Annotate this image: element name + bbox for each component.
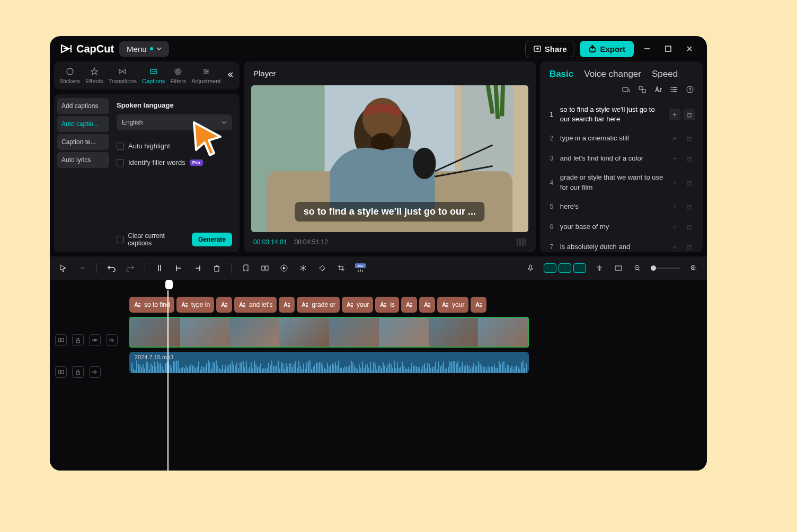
zoom-in-button[interactable] [688,262,699,274]
list-icon[interactable] [669,85,679,95]
caption-row[interactable]: 4 grade or style that we want to use for… [545,169,697,196]
track-toggle-icon[interactable] [55,366,67,378]
mirror-button[interactable] [297,262,309,274]
mode-auto-lyrics[interactable]: Auto lyrics [57,152,109,168]
lock-icon[interactable] [72,334,84,346]
tab-stickers[interactable]: Stickers [57,65,82,86]
video-preview[interactable]: so to find a style we'll just go to our … [251,85,528,232]
delete-caption-button[interactable] [684,109,695,120]
trim-left-button[interactable] [173,262,184,274]
add-caption-button[interactable]: + [669,201,680,212]
mute-icon[interactable] [106,334,118,346]
audio-track[interactable]: 2024.7.15.mp3 [129,352,529,373]
zoom-out-button[interactable] [632,262,643,274]
cc-translate-icon[interactable] [621,85,632,95]
tab-effects[interactable]: Effects [83,65,105,86]
tab-captions[interactable]: Captions [140,65,167,86]
find-replace-icon[interactable] [637,85,648,95]
smart-pro-button[interactable]: Pro [355,262,366,274]
add-caption-button[interactable]: + [669,132,680,144]
snap-2[interactable] [559,263,571,273]
caption-clip[interactable]: is [375,297,399,313]
tab-speed[interactable]: Speed [652,69,678,79]
caption-row[interactable]: 5 here's + [545,197,697,217]
mode-add-captions[interactable]: Add captions [57,98,109,114]
tab-basic[interactable]: Basic [550,69,573,79]
preview-toggle-button[interactable] [613,262,624,274]
delete-caption-button[interactable] [684,241,695,252]
compound-button[interactable] [259,262,271,274]
tab-adjustment[interactable]: Adjustment [189,65,223,86]
tab-voice-changer[interactable]: Voice changer [584,69,641,79]
zoom-slider[interactable] [651,268,680,269]
mode-auto-captions[interactable]: Auto captio... [57,116,109,132]
language-select[interactable]: English [117,114,232,130]
delete-caption-button[interactable] [684,177,695,189]
redo-button[interactable] [125,262,136,274]
maximize-button[interactable] [660,41,676,57]
caption-clip[interactable] [279,297,295,313]
export-button[interactable]: Export [580,41,634,57]
generate-button[interactable]: Generate [192,233,232,246]
snap-3[interactable] [573,263,586,273]
record-audio-button[interactable] [525,262,536,274]
caption-clip[interactable]: your [342,297,373,313]
add-caption-button[interactable]: + [669,241,680,252]
add-caption-button[interactable]: + [669,221,680,233]
tracks-area[interactable]: so to findtype inand let'sgrade oryouris… [124,280,707,471]
clear-captions-checkbox[interactable] [117,236,124,243]
trim-right-button[interactable] [192,262,203,274]
auto-highlight-checkbox[interactable] [117,143,124,150]
tool-dropdown[interactable] [76,262,88,274]
time-ruler[interactable] [124,280,707,294]
close-button[interactable] [681,41,697,57]
share-button[interactable]: Share [525,41,575,57]
caption-clip[interactable]: grade or [297,297,340,313]
crop-button[interactable] [335,262,347,274]
caption-clip[interactable] [401,297,417,313]
caption-row[interactable]: 7 is absolutely dutch and + [545,237,697,252]
marker-button[interactable] [240,262,252,274]
freeze-button[interactable] [278,262,290,274]
selection-tool[interactable] [57,262,69,274]
caption-row[interactable]: 2 type in a cinematic still + [545,128,697,148]
delete-caption-button[interactable] [684,153,695,164]
playhead[interactable] [167,280,169,471]
view-mode-icon[interactable] [517,238,526,246]
tab-transitions[interactable]: Transitions [107,65,139,86]
caption-row[interactable]: 3 and let's find kind of a color + [545,148,697,169]
tab-filters[interactable]: Filters [168,65,188,86]
undo-button[interactable] [105,262,117,274]
track-toggle-icon[interactable] [55,334,67,346]
caption-clip[interactable] [216,297,232,313]
rotate-button[interactable] [316,262,328,274]
caption-clip[interactable] [471,297,486,313]
caption-clip[interactable]: and let's [234,297,277,313]
delete-button[interactable] [211,262,223,274]
identify-filler-checkbox[interactable] [117,159,124,166]
add-caption-button[interactable]: + [669,177,680,189]
delete-caption-button[interactable] [684,201,695,212]
menu-button[interactable]: Menu [119,41,169,57]
caption-row[interactable]: 6 your base of my + [545,217,697,237]
mode-caption-templates[interactable]: Caption te... [57,134,109,150]
align-button[interactable] [594,262,605,274]
minimize-button[interactable] [639,41,655,57]
collapse-tabs-button[interactable] [224,69,237,82]
help-icon[interactable] [685,85,695,95]
delete-caption-button[interactable] [684,221,695,233]
video-track[interactable] [129,317,529,348]
add-caption-button[interactable]: + [669,109,680,120]
caption-clip[interactable]: your [437,297,468,313]
caption-clip[interactable]: type in [176,297,214,313]
split-button[interactable] [154,262,165,274]
text-format-icon[interactable] [653,85,663,95]
add-caption-button[interactable]: + [669,153,680,164]
snap-1[interactable] [544,263,556,273]
mute-icon[interactable] [89,366,101,378]
lock-icon[interactable] [72,366,84,378]
caption-row[interactable]: 1 so to find a style we'll just go to ou… [545,101,697,128]
visibility-icon[interactable] [89,334,101,346]
caption-clip[interactable] [419,297,435,313]
delete-caption-button[interactable] [684,132,695,144]
